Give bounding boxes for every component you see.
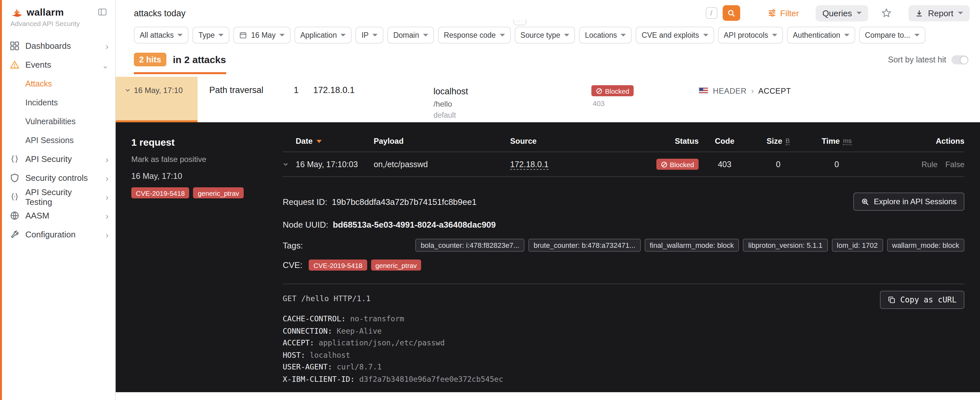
search-input[interactable] (134, 8, 705, 18)
http-headers: CACHE-CONTROL: no-transform CONNECTION: … (283, 314, 964, 384)
col-header-date[interactable]: Date (296, 137, 374, 146)
filter-pill-authentication[interactable]: Authentication (787, 27, 855, 43)
sidebar-item-api-security-testing[interactable]: API Security Testing (0, 187, 115, 206)
attack-row[interactable]: 16 May, 17:10 Path traversal 1 172.18.0.… (116, 77, 980, 122)
chevron-down-icon[interactable] (283, 161, 296, 167)
pill-label: Type (199, 31, 215, 39)
sidebar-item-configuration[interactable]: Configuration (0, 225, 115, 244)
http-header-line: X-IBM-CLIENT-ID: d3f2a7b34810e96a7fee0e3… (283, 374, 964, 384)
sidebar-item-vulnerabilities[interactable]: Vulnerabilities (0, 112, 115, 131)
pill-label: Response code (444, 31, 496, 39)
filter-pill-all-attacks[interactable]: All attacks (134, 27, 189, 43)
filter-pill-date[interactable]: 16 May (234, 27, 291, 43)
sidebar-item-label: API Security (25, 154, 72, 164)
chevron-down-icon (856, 12, 862, 14)
request-count: 1 request (131, 137, 268, 148)
request-id-row: Request ID: 19b7bc8ddfa43a72b7b74151fc8b… (283, 193, 964, 211)
sidebar-item-api-sessions[interactable]: API Sessions (0, 131, 115, 150)
toggle-knob (960, 56, 967, 64)
queries-button[interactable]: Queries (816, 5, 868, 21)
filter-pill-type[interactable]: Type (192, 27, 230, 43)
header-label: Code (715, 137, 734, 146)
sidebar-item-dashboards[interactable]: Dashboards (0, 37, 115, 55)
copy-button-label: Copy as cURL (900, 295, 957, 304)
http-header-line: CACHE-CONTROL: no-transform (283, 314, 964, 324)
sort-toggle[interactable] (951, 55, 968, 64)
api-sessions-icon (861, 198, 869, 206)
topbar: / Filter Queries (116, 0, 980, 24)
col-header-time: Timems (806, 137, 867, 146)
attack-domain[interactable]: localhost (433, 85, 591, 99)
request-status-cell: Blocked (656, 159, 698, 170)
filter-pill-source-type[interactable]: Source type (515, 27, 576, 43)
status-label: Blocked (605, 87, 629, 95)
source-link[interactable]: 172.18.0.1 (510, 160, 549, 169)
shield-icon (10, 173, 19, 183)
sidebar-item-attacks[interactable]: Attacks (0, 74, 115, 93)
panel-attack-date: 16 May, 17:10 (131, 172, 268, 181)
header-label: Actions (936, 137, 964, 146)
attack-type[interactable]: Path traversal (209, 77, 294, 122)
point-separator: › (751, 86, 754, 96)
attack-date-cell[interactable]: 16 May, 17:10 (116, 77, 197, 122)
chevron-down-icon (914, 34, 919, 37)
header-label: Status (675, 137, 698, 146)
hits-count-badge: 2 hits (134, 53, 166, 66)
cve-chip[interactable]: generic_ptrav (371, 260, 421, 271)
request-table-row[interactable]: 16 May, 17:10:03 on,/etc/passwd 172.18.0… (283, 152, 964, 177)
copy-as-curl-button[interactable]: Copy as cURL (880, 291, 964, 309)
detail-right-column: Date Payload Source Status Code SizeB Ti… (283, 131, 964, 383)
sidebar-item-aasm[interactable]: AASM (0, 206, 115, 225)
explore-api-sessions-button[interactable]: Explore in API Sessions (853, 193, 964, 211)
point-group: HEADER (713, 86, 747, 96)
cve-chip[interactable]: CVE-2019-5418 (131, 187, 189, 198)
sidebar-collapse-icon[interactable] (97, 7, 107, 17)
filter-pill-domain[interactable]: Domain (387, 27, 434, 43)
sidebar-item-incidents[interactable]: Incidents (0, 93, 115, 112)
attack-hit-count: 1 (294, 77, 313, 122)
filter-pill-locations[interactable]: Locations (579, 27, 632, 43)
app-window: wallarm Advanced API Security Dashboards… (0, 0, 980, 400)
cve-chip[interactable]: generic_ptrav (193, 187, 244, 198)
sort-desc-icon (317, 140, 322, 143)
filter-pill-ip[interactable]: IP (356, 27, 384, 43)
request-source-ip[interactable]: 172.18.0.1 (510, 160, 549, 169)
pill-label: Locations (585, 31, 617, 39)
sidebar-item-events[interactable]: Events (0, 55, 115, 74)
pill-label: All attacks (140, 31, 174, 39)
chevron-down-icon (500, 34, 505, 37)
brand-name: wallarm (27, 6, 64, 18)
hits-tab[interactable]: 2 hits in 2 attacks (134, 53, 226, 74)
copy-icon (888, 296, 896, 304)
tag-chip[interactable]: lom_id: 1702 (832, 239, 883, 252)
explore-button-label: Explore in API Sessions (874, 197, 957, 206)
tag-chip[interactable]: bola_counter: i:478:f82823e7... (415, 239, 525, 252)
node-uuid-row: Node UUID: bd68513a-5e03-4991-8024-a3640… (283, 220, 964, 229)
search-button[interactable] (722, 5, 740, 21)
filter-pill-compare-to[interactable]: Compare to... (859, 27, 925, 43)
filter-pill-application[interactable]: Application (294, 27, 352, 43)
sidebar-item-label: AASM (25, 211, 49, 220)
tag-chip[interactable]: wallarm_mode: block (887, 239, 964, 252)
sidebar-item-security-controls[interactable]: Security controls (0, 169, 115, 187)
false-action-link[interactable]: False (945, 160, 964, 169)
tag-chip[interactable]: brute_counter: b:478:a732471... (528, 239, 640, 252)
tags-row: Tags: bola_counter: i:478:f82823e7... br… (283, 239, 964, 252)
filter-pill-api-protocols[interactable]: API protocols (718, 27, 783, 43)
tag-chip[interactable]: final_wallarm_mode: block (644, 239, 739, 252)
filter-pill-response-code[interactable]: Response code (438, 27, 511, 43)
star-icon[interactable] (881, 8, 892, 18)
sidebar-nav: Dashboards Events Attacks Incidents Vuln… (0, 37, 115, 244)
attack-source-ip[interactable]: 172.18.0.1 (313, 77, 433, 122)
filter-button[interactable]: Filter (767, 8, 799, 18)
sidebar-item-api-security[interactable]: API Security (0, 150, 115, 169)
report-button[interactable]: Report (908, 5, 970, 21)
cve-chip[interactable]: CVE-2019-5418 (309, 260, 367, 271)
calendar-icon (239, 31, 247, 39)
sidebar-subitem-label: Incidents (25, 98, 58, 107)
filterbar-collapse-handle[interactable] (513, 19, 527, 25)
mark-false-positive-link[interactable]: Mark as false positive (131, 155, 268, 164)
tag-chip[interactable]: libproton_version: 5.1.1 (743, 239, 828, 252)
rule-action-link[interactable]: Rule (921, 160, 937, 169)
filter-pill-cve-and-exploits[interactable]: CVE and exploits (636, 27, 714, 43)
